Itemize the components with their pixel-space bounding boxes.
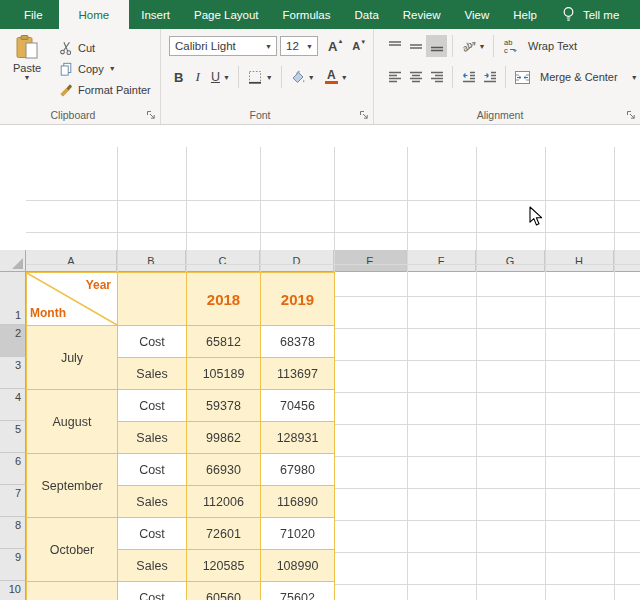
cell-august-sales-2018[interactable]: 99862 <box>187 422 261 454</box>
row-header-4[interactable]: 4 <box>0 389 26 421</box>
font-dialog-launcher[interactable] <box>359 110 369 120</box>
cell-c1-2018[interactable]: 2018 <box>187 273 261 326</box>
cell-month-august[interactable]: August <box>27 390 118 454</box>
increase-font-size-button[interactable]: A▲ <box>325 35 346 57</box>
column-header-d[interactable]: D <box>260 250 334 272</box>
cell-july-cost-2019[interactable]: 68378 <box>261 326 335 358</box>
row-header-6[interactable]: 6 <box>0 453 26 485</box>
cell-b1[interactable] <box>118 273 187 326</box>
cell-november-cost-2019[interactable]: 75602 <box>261 582 335 600</box>
tell-me[interactable]: Tell me <box>551 0 629 29</box>
borders-dropdown-arrow[interactable]: ▼ <box>266 74 273 81</box>
worksheet[interactable]: A B C D E F G H 1 2 3 4 5 6 7 8 9 10 11 … <box>0 125 640 600</box>
row-header-1[interactable]: 1 <box>0 272 26 325</box>
row-header-2[interactable]: 2 <box>0 325 26 357</box>
font-color-dropdown-arrow[interactable]: ▼ <box>341 74 348 81</box>
cell-july-cost-2018[interactable]: 65812 <box>187 326 261 358</box>
font-name-combobox[interactable]: Calibri Light ▼ <box>169 36 277 56</box>
font-size-dropdown-arrow[interactable]: ▼ <box>302 43 317 50</box>
column-header-partial[interactable] <box>614 250 640 272</box>
cell-august-cost-2018[interactable]: 59378 <box>187 390 261 422</box>
decrease-font-size-button[interactable]: A▼ <box>349 35 369 57</box>
align-middle-button[interactable] <box>405 35 426 57</box>
column-header-g[interactable]: G <box>476 250 545 272</box>
cell-november-cost-label[interactable]: Cost <box>118 582 187 600</box>
font-size-combobox[interactable]: 12 ▼ <box>280 36 318 56</box>
cell-a1-year-month[interactable]: Year Month <box>27 273 118 326</box>
cell-september-cost-label[interactable]: Cost <box>118 454 187 486</box>
underline-dropdown-arrow[interactable]: ▼ <box>223 74 230 81</box>
cell-august-sales-2019[interactable]: 128931 <box>261 422 335 454</box>
cell-august-cost-2019[interactable]: 70456 <box>261 390 335 422</box>
cell-july-sales-2018[interactable]: 105189 <box>187 358 261 390</box>
increase-indent-button[interactable] <box>479 66 500 88</box>
cell-august-sales-label[interactable]: Sales <box>118 422 187 454</box>
tab-help[interactable]: Help <box>501 0 549 29</box>
orientation-button[interactable]: ab ▼ <box>458 35 488 57</box>
cell-october-cost-2019[interactable]: 71020 <box>261 518 335 550</box>
italic-button[interactable]: I <box>192 66 203 88</box>
cell-october-cost-label[interactable]: Cost <box>118 518 187 550</box>
paste-button[interactable]: Paste ▼ <box>3 34 51 100</box>
column-header-h[interactable]: H <box>545 250 614 272</box>
cell-september-sales-label[interactable]: Sales <box>118 486 187 518</box>
tab-formulas[interactable]: Formulas <box>271 0 343 29</box>
align-right-button[interactable] <box>426 66 447 88</box>
copy-button[interactable]: Copy ▼ <box>59 58 151 79</box>
fill-color-dropdown-arrow[interactable]: ▼ <box>308 74 315 81</box>
alignment-dialog-launcher[interactable] <box>626 110 636 120</box>
tab-view[interactable]: View <box>453 0 502 29</box>
cell-october-cost-2018[interactable]: 72601 <box>187 518 261 550</box>
paste-dropdown-arrow[interactable]: ▼ <box>24 74 31 81</box>
select-all-corner[interactable] <box>0 250 26 272</box>
cell-october-sales-2018[interactable]: 120585 <box>187 550 261 582</box>
merge-center-button[interactable]: Merge & Center ▼ <box>514 67 638 88</box>
merge-center-dropdown-arrow[interactable]: ▼ <box>631 74 638 81</box>
column-header-a[interactable]: A <box>26 250 117 272</box>
row-header-8[interactable]: 8 <box>0 517 26 549</box>
decrease-indent-button[interactable] <box>458 66 479 88</box>
cell-august-cost-label[interactable]: Cost <box>118 390 187 422</box>
font-name-dropdown-arrow[interactable]: ▼ <box>261 43 276 50</box>
cell-month-july[interactable]: July <box>27 326 118 390</box>
borders-button[interactable]: ▼ <box>244 66 276 88</box>
cell-july-sales-2019[interactable]: 113697 <box>261 358 335 390</box>
tab-data[interactable]: Data <box>343 0 391 29</box>
cell-d1-2019[interactable]: 2019 <box>261 273 335 326</box>
column-header-e[interactable]: E <box>334 250 407 272</box>
cell-october-sales-label[interactable]: Sales <box>118 550 187 582</box>
align-bottom-button[interactable] <box>426 35 447 57</box>
cell-month-september[interactable]: September <box>27 454 118 518</box>
column-header-c[interactable]: C <box>186 250 260 272</box>
bold-button[interactable]: B <box>171 66 186 88</box>
fill-color-button[interactable]: ▼ <box>287 66 318 88</box>
wrap-text-button[interactable]: ab c Wrap Text <box>503 36 577 57</box>
align-left-button[interactable] <box>384 66 405 88</box>
cell-september-cost-2019[interactable]: 67980 <box>261 454 335 486</box>
column-header-b[interactable]: B <box>117 250 186 272</box>
underline-button[interactable]: U▼ <box>208 66 233 88</box>
tab-review[interactable]: Review <box>391 0 453 29</box>
orientation-dropdown-arrow[interactable]: ▼ <box>479 43 486 50</box>
cell-september-sales-2019[interactable]: 116890 <box>261 486 335 518</box>
row-header-3[interactable]: 3 <box>0 357 26 389</box>
align-center-button[interactable] <box>405 66 426 88</box>
cell-month-november[interactable]: November <box>27 582 118 600</box>
clipboard-dialog-launcher[interactable] <box>146 110 156 120</box>
format-painter-button[interactable]: Format Painter <box>59 79 151 100</box>
cell-month-october[interactable]: October <box>27 518 118 582</box>
row-header-9[interactable]: 9 <box>0 549 26 581</box>
column-header-f[interactable]: F <box>407 250 476 272</box>
cell-september-cost-2018[interactable]: 66930 <box>187 454 261 486</box>
row-header-7[interactable]: 7 <box>0 485 26 517</box>
cut-button[interactable]: Cut <box>59 37 151 58</box>
tab-home[interactable]: Home <box>59 0 130 29</box>
copy-dropdown-arrow[interactable]: ▼ <box>109 65 116 72</box>
font-color-button[interactable]: A ▼ <box>322 66 351 88</box>
cell-november-cost-2018[interactable]: 60560 <box>187 582 261 600</box>
tab-page-layout[interactable]: Page Layout <box>182 0 271 29</box>
cell-july-cost-label[interactable]: Cost <box>118 326 187 358</box>
align-top-button[interactable] <box>384 35 405 57</box>
row-header-10[interactable]: 10 <box>0 581 26 600</box>
cell-july-sales-label[interactable]: Sales <box>118 358 187 390</box>
